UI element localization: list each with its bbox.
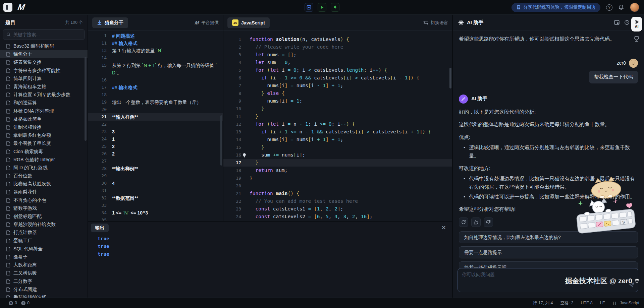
code-line[interactable]: 20 xyxy=(223,182,452,190)
problem-line[interactable]: 18 xyxy=(88,91,223,99)
sidebar-item[interactable]: 简单四则计算 xyxy=(0,75,88,83)
rewards-icon[interactable] xyxy=(634,36,640,43)
sidebar-item[interactable]: 青海湖租车之旅 xyxy=(0,83,88,91)
code-line[interactable]: 4 let sum = 0; xyxy=(223,59,452,66)
problem-line[interactable]: 13第 1 行输入猫的数量 `N` xyxy=(88,47,223,54)
sidebar-item[interactable]: 猫鱼分干 xyxy=(0,50,88,58)
problem-line[interactable]: 262 xyxy=(88,150,223,158)
thumbs-down-button[interactable] xyxy=(484,218,493,227)
sidebar-item[interactable]: 最小替换子串长度 xyxy=(0,139,88,147)
code-line[interactable]: 15 } xyxy=(223,143,452,151)
language-tab[interactable]: JS JavaScript xyxy=(227,17,270,28)
sidebar-item[interactable]: 进制求和转换 xyxy=(0,123,88,131)
code-line[interactable]: 13 if (i + 1 <= n - 1 && catsLevels[i] >… xyxy=(223,128,452,136)
sidebar-toggle-icon[interactable] xyxy=(3,3,12,12)
sidebar-item[interactable]: 二叉树供暖 xyxy=(0,269,88,277)
code-line[interactable]: 19} xyxy=(223,174,452,182)
submit-test-button[interactable] xyxy=(331,3,339,12)
sidebar-item[interactable]: 和的逆运算 xyxy=(0,99,88,107)
thumbs-up-button[interactable] xyxy=(471,218,481,227)
bell-icon[interactable] xyxy=(618,4,624,11)
sidebar-item[interactable]: 环状 DNA 序列整理 xyxy=(0,107,88,115)
code-line[interactable]: 14 nums[i] = nums[i + 1] + 1; xyxy=(223,136,452,143)
code-line[interactable]: 21function main() { xyxy=(223,190,452,197)
problem-line[interactable]: 252 xyxy=(88,143,223,150)
code-line[interactable]: 18 return sum; xyxy=(223,167,452,174)
code-line[interactable]: 8 } else { xyxy=(223,89,452,97)
problem-line[interactable]: 1# 问题描述 xyxy=(88,32,223,40)
suggestion-chip[interactable]: 需要一点思路提示 xyxy=(459,246,638,258)
sidebar-item[interactable]: Base32 编码和解码 xyxy=(0,42,88,50)
sidebar-item[interactable]: 拿到最多红包金额 xyxy=(0,131,88,139)
code-line[interactable]: 22 // You can add more test cases here xyxy=(223,197,452,205)
problem-line[interactable]: 11## 输入格式 xyxy=(88,40,223,47)
sidebar-item[interactable]: 番茄编辑的选择 xyxy=(0,294,88,298)
code-line[interactable]: 24 const catsLevels2 = [6, 5, 4, 3, 2, 1… xyxy=(223,213,452,221)
code-line[interactable]: 9 nums[i] = 1; xyxy=(223,97,452,105)
problem-line[interactable]: 17## 输出格式 xyxy=(88,84,223,91)
problem-line[interactable]: 16 xyxy=(88,76,223,84)
problem-line[interactable]: 20 xyxy=(88,106,223,113)
output-close-icon[interactable]: ✕ xyxy=(441,225,446,231)
search-input[interactable] xyxy=(13,32,81,37)
share-banner[interactable]: 分享代码练习体验，领限量定制周边 xyxy=(512,3,600,12)
sidebar-item[interactable]: 百分位数 xyxy=(0,172,88,180)
sidebar-item[interactable]: 二分数字 xyxy=(0,277,88,285)
user-avatar[interactable] xyxy=(630,3,639,12)
sidebar-item[interactable]: 暴雨梨花针 xyxy=(0,188,88,196)
problem-line[interactable]: 233 xyxy=(88,128,223,135)
sidebar-item[interactable]: 创意标题匹配 xyxy=(0,212,88,221)
problem-line[interactable]: 341 <= `N` <= 10^3 xyxy=(88,209,223,217)
problem-line[interactable]: 19输出一个整数，表示需要的鱼干数量（斤） xyxy=(88,99,223,106)
sidebar-item[interactable]: 猜数字游戏 xyxy=(0,204,88,212)
sidebar-item[interactable]: 打点计数器 xyxy=(0,229,88,237)
code-line[interactable]: 2 // Please write your code here xyxy=(223,43,452,51)
code-line[interactable]: 10 } xyxy=(223,105,452,113)
sidebar-item[interactable]: 计算位置 x 到 y 的最少步数 xyxy=(0,91,88,99)
problem-line[interactable]: 31 xyxy=(88,187,223,194)
debug-button[interactable] xyxy=(305,3,313,12)
juejin-logo-icon[interactable]: M xyxy=(17,2,25,12)
switch-language-button[interactable]: 切换语言 xyxy=(423,20,448,26)
problem-line[interactable]: 304 xyxy=(88,180,223,187)
sidebar-item[interactable]: 比赛最高获胜次数 xyxy=(0,180,88,188)
sidebar-item[interactable]: RGB 色值转 Integer xyxy=(0,156,88,164)
sidebar-item[interactable]: 不再贪心的小包 xyxy=(0,196,88,204)
sidebar-item[interactable]: 及格如此简单 xyxy=(0,115,88,123)
code-line[interactable]: 1function solution(n, catsLevels) { xyxy=(223,36,452,43)
sidebar-item[interactable]: 分布式团建 xyxy=(0,286,88,294)
code-line[interactable]: 7 nums[i] = nums[i - 1] + 1; xyxy=(223,82,452,89)
code-line[interactable]: 3 let nums = []; xyxy=(223,51,452,59)
code-line[interactable]: 6 if (i - 1 >= 0 && catsLevels[i] > cats… xyxy=(223,74,452,82)
editor-scrollbar[interactable] xyxy=(449,68,451,88)
problem-line[interactable]: 22 xyxy=(88,121,223,128)
output-tab[interactable]: 输出 xyxy=(91,224,109,232)
sidebar-item[interactable]: 蛋糕工厂 xyxy=(0,237,88,245)
problem-line[interactable]: 32**数据范围** xyxy=(88,194,223,202)
help-icon[interactable]: ? xyxy=(606,4,612,11)
code-line[interactable]: 11 } xyxy=(223,113,452,120)
problem-line[interactable]: 27 xyxy=(88,158,223,165)
problem-line[interactable]: 33 xyxy=(88,202,223,209)
code-line[interactable]: 17 } xyxy=(223,159,452,167)
problem-line[interactable]: 241 xyxy=(88,135,223,143)
sidebar-scrollbar[interactable] xyxy=(85,57,87,141)
regenerate-button[interactable] xyxy=(459,218,468,227)
code-line[interactable]: 5 for (let i = 0; i < catsLevels.length;… xyxy=(223,66,452,74)
code-line[interactable]: 12 for (let i = n - 1; i >= 0; i--) { xyxy=(223,120,452,128)
sidebar-item[interactable]: 叠盘子 xyxy=(0,253,88,261)
problem-line[interactable]: 14 xyxy=(88,54,223,62)
sidebar-item[interactable]: Cion 勒索病毒 xyxy=(0,147,88,156)
problem-scrollbar[interactable] xyxy=(220,115,222,166)
sidebar-item[interactable]: 链表聚集交换 xyxy=(0,58,88,66)
lightbulb-icon[interactable] xyxy=(242,153,247,158)
ai-assistant-fab[interactable]: AI xyxy=(631,17,642,32)
code-line[interactable]: 23 const catsLevels1 = [1, 2, 2]; xyxy=(223,205,452,213)
run-button[interactable] xyxy=(318,3,326,12)
problem-line[interactable]: 21**输入样例** xyxy=(88,113,223,121)
code-line[interactable]: 16 sum += nums[i]; xyxy=(223,151,452,159)
sidebar-item[interactable]: SQL 代码补全 xyxy=(0,245,88,253)
suggestion-chip[interactable]: 如何处理边界情况，比如最左边和最右边的猫? xyxy=(459,231,638,243)
problem-line[interactable]: 15从第 2 行到第 `N + 1` 行，输入每一只猫的等级值 `D`。 xyxy=(88,62,223,76)
problem-line[interactable]: 28**输出样例** xyxy=(88,165,223,172)
